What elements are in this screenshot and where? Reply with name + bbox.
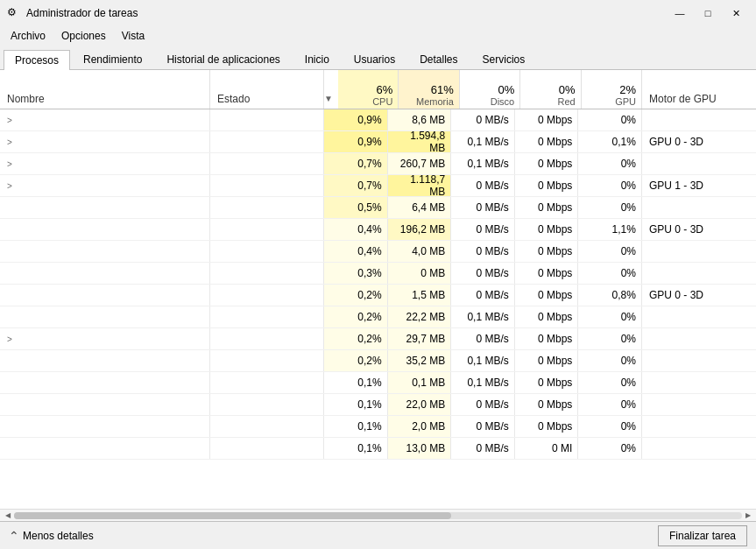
table-row[interactable]: 0,2% 35,2 MB 0,1 MB/s 0 Mbps 0% bbox=[0, 350, 756, 372]
expand-icon-0[interactable]: > bbox=[7, 116, 18, 125]
row-status-7 bbox=[210, 263, 324, 284]
expand-icon-10[interactable]: > bbox=[7, 334, 18, 344]
tab-procesos[interactable]: Procesos bbox=[4, 50, 70, 70]
tab-detalles[interactable]: Detalles bbox=[408, 49, 469, 69]
row-gpu-engine-12 bbox=[642, 372, 756, 393]
table-row[interactable]: > 0,9% 1.594,8 MB 0,1 MB/s 0 Mbps 0,1% G… bbox=[0, 131, 756, 153]
row-net-1: 0 Mbps bbox=[515, 131, 579, 152]
tab-historial[interactable]: Historial de aplicaciones bbox=[155, 49, 291, 69]
row-net-7: 0 Mbps bbox=[515, 263, 579, 284]
row-cpu-10: 0,2% bbox=[324, 328, 388, 349]
table-row[interactable]: 0,2% 22,2 MB 0,1 MB/s 0 Mbps 0% bbox=[0, 306, 756, 328]
row-disk-3: 0 MB/s bbox=[451, 175, 515, 196]
minimize-button[interactable]: — bbox=[667, 4, 693, 22]
row-status-4 bbox=[210, 197, 324, 218]
window-title: Administrador de tareas bbox=[26, 7, 138, 19]
table-row[interactable]: 0,1% 13,0 MB 0 MB/s 0 MI 0% bbox=[0, 438, 756, 460]
row-mem-10: 29,7 MB bbox=[388, 328, 452, 349]
row-mem-4: 6,4 MB bbox=[388, 197, 452, 218]
row-disk-9: 0,1 MB/s bbox=[451, 306, 515, 327]
less-details-button[interactable]: ⌃ Menos detalles bbox=[9, 529, 94, 543]
row-gpu-engine-1: GPU 0 - 3D bbox=[642, 131, 756, 152]
row-name-3: > bbox=[0, 175, 210, 196]
row-cpu-5: 0,4% bbox=[324, 219, 388, 240]
row-mem-0: 8,6 MB bbox=[388, 109, 452, 130]
expand-icon-2[interactable]: > bbox=[7, 159, 18, 169]
row-gpu-0: 0% bbox=[578, 109, 642, 130]
process-table[interactable]: > 0,9% 8,6 MB 0 MB/s 0 Mbps 0% > 0,9% 1.… bbox=[0, 109, 756, 509]
row-gpu-4: 0% bbox=[578, 197, 642, 218]
tab-inicio[interactable]: Inicio bbox=[293, 49, 341, 69]
scroll-left-arrow[interactable]: ◀ bbox=[2, 510, 14, 522]
row-gpu-engine-6 bbox=[642, 241, 756, 262]
row-gpu-1: 0,1% bbox=[578, 131, 642, 152]
row-disk-11: 0,1 MB/s bbox=[451, 350, 515, 371]
menu-bar: Archivo Opciones Vista bbox=[0, 26, 756, 46]
table-row[interactable]: > 0,9% 8,6 MB 0 MB/s 0 Mbps 0% bbox=[0, 109, 756, 131]
horizontal-scrollbar[interactable]: ◀ ▶ bbox=[0, 509, 756, 521]
row-mem-11: 35,2 MB bbox=[388, 350, 452, 371]
scroll-thumb bbox=[14, 512, 451, 519]
row-name-4 bbox=[0, 197, 210, 218]
row-mem-12: 0,1 MB bbox=[388, 372, 452, 393]
row-disk-7: 0 MB/s bbox=[451, 263, 515, 284]
menu-archivo[interactable]: Archivo bbox=[4, 28, 53, 44]
row-name-8 bbox=[0, 285, 210, 306]
table-row[interactable]: 0,4% 196,2 MB 0 MB/s 0 Mbps 1,1% GPU 0 -… bbox=[0, 219, 756, 241]
col-gpu-header[interactable]: 2% GPU bbox=[582, 70, 642, 109]
table-row[interactable]: 0,4% 4,0 MB 0 MB/s 0 Mbps 0% bbox=[0, 241, 756, 263]
row-gpu-10: 0% bbox=[578, 328, 642, 349]
table-row[interactable]: > 0,7% 1.118,7 MB 0 MB/s 0 Mbps 0% GPU 1… bbox=[0, 175, 756, 197]
col-name-header[interactable]: Nombre bbox=[0, 70, 210, 109]
row-status-9 bbox=[210, 306, 324, 327]
row-gpu-engine-15 bbox=[642, 438, 756, 459]
row-net-9: 0 Mbps bbox=[515, 306, 579, 327]
table-row[interactable]: 0,5% 6,4 MB 0 MB/s 0 Mbps 0% bbox=[0, 197, 756, 219]
row-status-5 bbox=[210, 219, 324, 240]
menu-vista[interactable]: Vista bbox=[115, 28, 152, 44]
table-row[interactable]: 0,1% 2,0 MB 0 MB/s 0 Mbps 0% bbox=[0, 416, 756, 438]
close-button[interactable]: ✕ bbox=[723, 4, 749, 22]
maximize-button[interactable]: □ bbox=[695, 4, 721, 22]
row-mem-5: 196,2 MB bbox=[388, 219, 452, 240]
col-gpu-engine-header[interactable]: Motor de GPU bbox=[642, 70, 756, 109]
title-bar-left: ⚙ Administrador de tareas bbox=[7, 6, 138, 20]
expand-icon-1[interactable]: > bbox=[7, 137, 18, 147]
tab-bar: Procesos Rendimiento Historial de aplica… bbox=[0, 46, 756, 70]
col-status-header[interactable]: Estado bbox=[210, 70, 324, 109]
row-name-0: > bbox=[0, 109, 210, 130]
menu-opciones[interactable]: Opciones bbox=[54, 28, 113, 44]
column-header: Nombre Estado ▼ 6% CPU 61% Memoria 0% Di… bbox=[0, 70, 756, 109]
col-mem-header[interactable]: 61% Memoria bbox=[399, 70, 459, 109]
table-row[interactable]: 0,1% 0,1 MB 0,1 MB/s 0 Mbps 0% bbox=[0, 372, 756, 394]
row-cpu-11: 0,2% bbox=[324, 350, 388, 371]
row-mem-13: 22,0 MB bbox=[388, 394, 452, 415]
row-disk-15: 0 MB/s bbox=[451, 438, 515, 459]
row-name-9 bbox=[0, 306, 210, 327]
col-disk-header[interactable]: 0% Disco bbox=[460, 70, 520, 109]
row-mem-8: 1,5 MB bbox=[388, 285, 452, 306]
row-mem-6: 4,0 MB bbox=[388, 241, 452, 262]
tab-usuarios[interactable]: Usuarios bbox=[343, 49, 406, 69]
row-status-8 bbox=[210, 285, 324, 306]
tab-rendimiento[interactable]: Rendimiento bbox=[72, 49, 153, 69]
title-bar-controls: — □ ✕ bbox=[667, 4, 749, 22]
col-net-header[interactable]: 0% Red bbox=[520, 70, 581, 109]
expand-icon-3[interactable]: > bbox=[7, 181, 18, 191]
row-disk-12: 0,1 MB/s bbox=[451, 372, 515, 393]
row-gpu-15: 0% bbox=[578, 438, 642, 459]
tab-servicios[interactable]: Servicios bbox=[471, 49, 537, 69]
table-row[interactable]: 0,1% 22,0 MB 0 MB/s 0 Mbps 0% bbox=[0, 394, 756, 416]
row-disk-0: 0 MB/s bbox=[451, 109, 515, 130]
row-mem-1: 1.594,8 MB bbox=[388, 131, 452, 152]
row-disk-13: 0 MB/s bbox=[451, 394, 515, 415]
col-cpu-header[interactable]: 6% CPU bbox=[338, 70, 399, 109]
table-row[interactable]: > 0,2% 29,7 MB 0 MB/s 0 Mbps 0% bbox=[0, 328, 756, 350]
scroll-right-arrow[interactable]: ▶ bbox=[742, 510, 754, 522]
table-row[interactable]: 0,2% 1,5 MB 0 MB/s 0 Mbps 0,8% GPU 0 - 3… bbox=[0, 285, 756, 306]
row-gpu-engine-10 bbox=[642, 328, 756, 349]
end-task-button[interactable]: Finalizar tarea bbox=[658, 525, 747, 546]
row-mem-14: 2,0 MB bbox=[388, 416, 452, 437]
table-row[interactable]: > 0,7% 260,7 MB 0,1 MB/s 0 Mbps 0% bbox=[0, 153, 756, 175]
table-row[interactable]: 0,3% 0 MB 0 MB/s 0 Mbps 0% bbox=[0, 263, 756, 285]
